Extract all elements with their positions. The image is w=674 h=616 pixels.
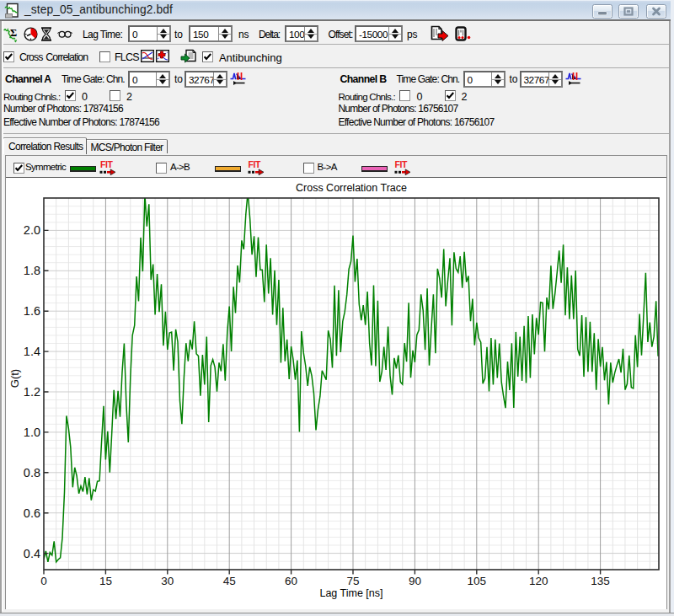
svg-text:1.6: 1.6 (24, 304, 40, 318)
svg-text:45: 45 (223, 575, 236, 587)
svg-text:Cross Correlation Trace: Cross Correlation Trace (296, 182, 407, 194)
svg-text:1.0: 1.0 (24, 426, 40, 439)
svg-text:30: 30 (161, 575, 174, 587)
svg-text:1.4: 1.4 (24, 345, 40, 358)
svg-text:0.6: 0.6 (24, 506, 40, 520)
svg-text:0: 0 (40, 575, 47, 587)
svg-text:G(t): G(t) (8, 369, 21, 388)
svg-text:75: 75 (346, 575, 359, 587)
svg-text:1.8: 1.8 (24, 264, 40, 277)
svg-text:0.8: 0.8 (24, 466, 40, 479)
svg-text:135: 135 (591, 575, 610, 587)
svg-text:90: 90 (409, 575, 421, 587)
svg-text:60: 60 (285, 575, 297, 587)
svg-text:0.4: 0.4 (24, 547, 40, 560)
svg-text:15: 15 (99, 575, 112, 587)
svg-text:Lag Time [ns]: Lag Time [ns] (319, 587, 382, 599)
svg-text:105: 105 (468, 575, 487, 587)
svg-text:120: 120 (529, 575, 548, 587)
svg-text:2.0: 2.0 (24, 223, 40, 237)
svg-text:1.2: 1.2 (24, 385, 40, 399)
